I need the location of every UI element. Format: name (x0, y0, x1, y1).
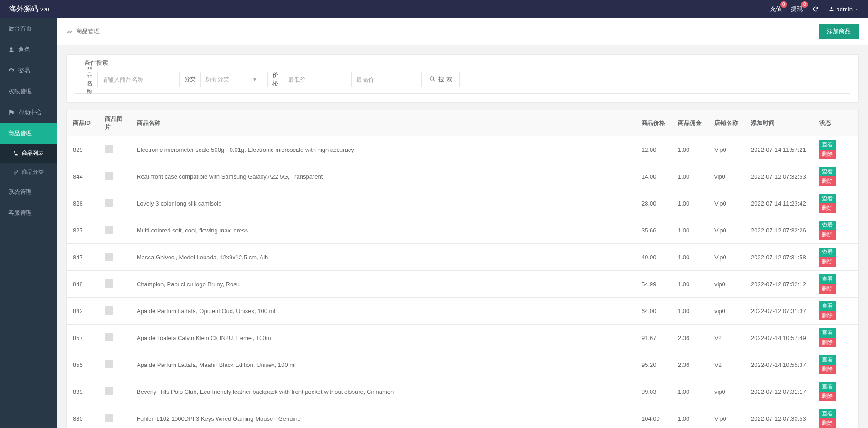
cell-id: 848 (67, 271, 98, 298)
th-image: 商品图片 (98, 110, 130, 136)
brand-name: 海外源码 (9, 5, 38, 14)
delete-button[interactable]: 删除 (819, 176, 836, 186)
table-row: 842Apa de Parfum Lattafa, Opulent Oud, U… (67, 298, 858, 325)
product-table-panel: 商品ID 商品图片 商品名称 商品价格 商品佣金 店铺名称 添加时间 状态 82… (66, 110, 859, 428)
product-thumb (105, 226, 113, 234)
table-row: 839Beverly Hills Polo Club, Eco-friendly… (67, 378, 858, 405)
view-button[interactable]: 查看 (819, 274, 836, 284)
product-label: 商品管理 (8, 129, 32, 138)
view-button[interactable]: 查看 (819, 301, 836, 311)
withdraw-badge: 0 (801, 1, 808, 8)
cell-id: 829 (67, 136, 98, 163)
view-button[interactable]: 查看 (819, 221, 836, 230)
delete-button[interactable]: 删除 (819, 311, 836, 320)
cell-price: 12.00 (635, 136, 672, 163)
brand-version: V20 (40, 7, 49, 12)
withdraw-link[interactable]: 提现 0 (791, 5, 803, 13)
cell-shop: Vip0 (708, 405, 745, 428)
delete-button[interactable]: 删除 (819, 418, 836, 428)
cell-id: 828 (67, 190, 98, 217)
sidebar: 后台首页 角色 交易 权限管理 帮助中心 商品管理 (0, 18, 57, 428)
sidebar-item-dashboard[interactable]: 后台首页 (0, 18, 57, 39)
th-price: 商品价格 (635, 110, 672, 136)
delete-button[interactable]: 删除 (819, 338, 836, 347)
sidebar-item-system[interactable]: 系统管理 (0, 181, 57, 202)
add-product-button[interactable]: 添加商品 (819, 24, 859, 39)
sidebar-item-help[interactable]: 帮助中心 (0, 102, 57, 123)
cell-commission: 1.00 (672, 244, 708, 271)
view-button[interactable]: 查看 (819, 248, 836, 257)
cell-name: Champion, Papuci cu logo Bruny, Rosu (130, 271, 635, 298)
table-row: 830Fuhlen L102 1000DPI 3 Keys Wired Gami… (67, 405, 858, 428)
cell-commission: 2.36 (672, 325, 708, 351)
sidebar-sub-product-cat[interactable]: 商品分类 (0, 163, 57, 181)
cell-id: 857 (67, 325, 98, 351)
th-status: 状态 (813, 110, 858, 136)
sidebar-item-customer[interactable]: 客服管理 (0, 202, 57, 223)
cell-id: 842 (67, 298, 98, 325)
recharge-link[interactable]: 充值 0 (770, 5, 782, 13)
delete-button[interactable]: 删除 (819, 365, 836, 374)
delete-button[interactable]: 删除 (819, 230, 836, 240)
product-name-input[interactable] (98, 72, 183, 87)
cell-commission: 1.00 (672, 217, 708, 244)
cell-addtime: 2022-07-12 07:30:53 (745, 405, 813, 428)
cell-name: Rear front case compatible with Samsung … (130, 163, 635, 190)
delete-button[interactable]: 删除 (819, 257, 836, 267)
cat-value: 所有分类 (201, 72, 250, 87)
search-button[interactable]: 搜 索 (421, 72, 460, 87)
header-right: 充值 0 提现 0 admin ︿ (770, 5, 859, 13)
sidebar-item-roles[interactable]: 角色 (0, 39, 57, 60)
table-row: 857Apa de Toaleta Calvin Klein Ck IN2U, … (67, 325, 858, 351)
view-button[interactable]: 查看 (819, 355, 836, 365)
delete-button[interactable]: 删除 (819, 284, 836, 294)
cell-addtime: 2022-07-12 07:32:26 (745, 217, 813, 244)
sidebar-item-permission[interactable]: 权限管理 (0, 81, 57, 102)
cell-shop: Vip0 (708, 190, 745, 217)
cell-name: Beverly Hills Polo Club, Eco-friendly le… (130, 378, 635, 405)
product-list-label: 商品列表 (22, 150, 44, 157)
category-select[interactable]: 分类 所有分类 ▼ (179, 72, 261, 87)
cell-image (98, 163, 130, 190)
cell-price: 14.00 (635, 163, 672, 190)
cell-actions: 查看删除 (813, 325, 858, 351)
cell-actions: 查看删除 (813, 351, 858, 378)
view-button[interactable]: 查看 (819, 328, 836, 338)
product-thumb (105, 172, 113, 180)
product-thumb (105, 333, 113, 341)
sidebar-sub-product-list[interactable]: 商品列表 (0, 144, 57, 163)
main-content: ≫ 商品管理 添加商品 条件搜索 商品名称 分类 所有分类 (57, 18, 868, 428)
search-panel: 条件搜索 商品名称 分类 所有分类 ▼ 价格 (66, 54, 859, 103)
delete-button[interactable]: 删除 (819, 203, 836, 213)
view-button[interactable]: 查看 (819, 382, 836, 392)
sidebar-item-product[interactable]: 商品管理 (0, 123, 57, 144)
cell-image (98, 244, 130, 271)
customer-label: 客服管理 (8, 209, 32, 217)
cell-addtime: 2022-07-14 10:55:37 (745, 351, 813, 378)
cell-name: Multi-colored soft, cool, flowing maxi d… (130, 217, 635, 244)
refresh-icon[interactable] (812, 5, 819, 13)
cell-commission: 1.00 (672, 298, 708, 325)
table-row: 828Lovely 3-color long silk camisole28.0… (67, 190, 858, 217)
cell-commission: 2.36 (672, 351, 708, 378)
cell-name: Apa de Parfum Lattafa, Maahir Black Edit… (130, 351, 635, 378)
flag-icon (8, 109, 15, 116)
roles-label: 角色 (18, 46, 30, 54)
user-menu[interactable]: admin ︿ (828, 6, 859, 13)
view-button[interactable]: 查看 (819, 140, 836, 150)
view-button[interactable]: 查看 (819, 409, 836, 418)
delete-button[interactable]: 删除 (819, 392, 836, 401)
sidebar-item-trade[interactable]: 交易 (0, 60, 57, 81)
product-table: 商品ID 商品图片 商品名称 商品价格 商品佣金 店铺名称 添加时间 状态 82… (67, 110, 858, 428)
cell-image (98, 405, 130, 428)
delete-button[interactable]: 删除 (819, 150, 836, 159)
table-row: 829Electronic micrometer scale 500g - 0.… (67, 136, 858, 163)
cell-actions: 查看删除 (813, 136, 858, 163)
product-thumb (105, 360, 113, 368)
view-button[interactable]: 查看 (819, 194, 836, 203)
cell-shop: vip0 (708, 271, 745, 298)
product-thumb (105, 253, 113, 261)
search-icon (429, 76, 436, 83)
cart-icon (13, 150, 19, 157)
view-button[interactable]: 查看 (819, 167, 836, 176)
